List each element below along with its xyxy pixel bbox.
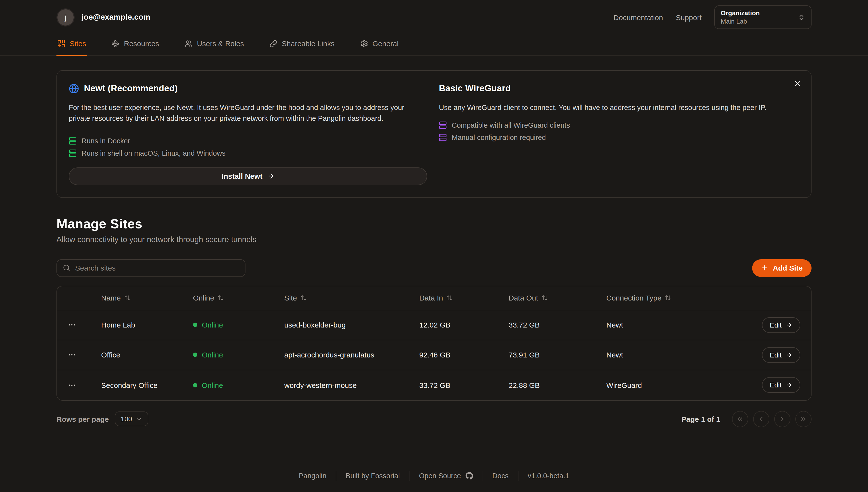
user-menu[interactable]: j joe@example.com <box>56 8 150 26</box>
next-page-button[interactable] <box>774 411 790 427</box>
nav-documentation[interactable]: Documentation <box>614 13 663 21</box>
arrow-right-icon <box>786 351 792 359</box>
first-page-button[interactable] <box>732 411 748 427</box>
tab-general[interactable]: General <box>359 36 400 56</box>
search-box <box>56 259 246 277</box>
top-header: j joe@example.com Documentation Support … <box>0 0 868 34</box>
wireguard-feature-label: Compatible with all WireGuard clients <box>452 122 570 129</box>
newt-title: Newt (Recommended) <box>84 83 178 94</box>
main-content: Newt (Recommended) For the best user exp… <box>56 70 812 427</box>
link-icon <box>270 40 277 47</box>
tab-users-roles-label: Users & Roles <box>197 39 244 48</box>
close-icon[interactable] <box>792 78 803 89</box>
divider <box>409 471 410 481</box>
arrow-right-icon <box>267 173 274 180</box>
edit-button[interactable]: Edit <box>762 317 800 333</box>
newt-description: For the best user experience, use Newt. … <box>69 102 427 124</box>
table-footer: Rows per page 100 Page 1 of 1 <box>56 411 812 427</box>
edit-button[interactable]: Edit <box>762 377 800 393</box>
tab-sites[interactable]: Sites <box>56 36 87 56</box>
wireguard-title: Basic WireGuard <box>439 83 511 94</box>
site-name: Home Lab <box>101 321 193 329</box>
globe-icon <box>69 83 79 94</box>
chevrons-left-icon <box>737 415 744 423</box>
org-switcher[interactable]: Organization Main Lab <box>714 5 812 29</box>
row-menu-button[interactable] <box>68 349 81 361</box>
newt-section: Newt (Recommended) For the best user exp… <box>69 83 427 185</box>
tab-shareable-links[interactable]: Shareable Links <box>269 36 336 56</box>
github-icon <box>465 472 473 480</box>
sort-icon <box>665 295 671 301</box>
rows-per-page-select[interactable]: 100 <box>115 412 148 426</box>
newt-feature-label: Runs in shell on macOS, Linux, and Windo… <box>81 149 226 157</box>
data-in-value: 12.02 GB <box>419 321 509 329</box>
chevron-down-icon <box>136 416 142 422</box>
sort-icon <box>218 295 224 301</box>
chevron-left-icon <box>758 415 765 423</box>
pangolin-dashboard: j joe@example.com Documentation Support … <box>0 0 868 492</box>
online-dot-icon <box>193 353 197 357</box>
online-dot-icon <box>193 383 197 387</box>
tab-general-label: General <box>372 39 399 48</box>
table-row: Office Online apt-acrochordus-granulatus… <box>57 340 811 370</box>
data-in-value: 33.72 GB <box>419 381 509 389</box>
user-email: joe@example.com <box>81 13 150 22</box>
arrow-right-icon <box>786 382 792 389</box>
data-out-value: 33.72 GB <box>509 321 606 329</box>
tab-bar: Sites Resources Users & Roles Shareable … <box>0 36 868 56</box>
search-input[interactable] <box>75 264 239 272</box>
newt-feature: Runs in Docker <box>69 137 427 145</box>
wireguard-feature-label: Manual configuration required <box>452 134 546 142</box>
edit-button[interactable]: Edit <box>762 347 800 363</box>
last-page-button[interactable] <box>795 411 812 427</box>
waypoints-icon <box>112 40 120 47</box>
data-in-value: 92.46 GB <box>419 351 509 359</box>
onboarding-card: Newt (Recommended) For the best user exp… <box>56 70 812 198</box>
column-header-online[interactable]: Online <box>193 294 284 302</box>
chevron-right-icon <box>779 415 786 423</box>
arrow-right-icon <box>786 322 792 328</box>
avatar[interactable]: j <box>56 8 75 26</box>
add-site-button[interactable]: Add Site <box>752 259 812 277</box>
column-header-data-out[interactable]: Data Out <box>509 294 606 302</box>
newt-feature-label: Runs in Docker <box>81 137 130 145</box>
column-header-data-in[interactable]: Data In <box>419 294 509 302</box>
page-subtitle: Allow connectivity to your network throu… <box>56 235 812 244</box>
install-newt-button[interactable]: Install Newt <box>69 168 427 185</box>
column-header-connection-type[interactable]: Connection Type <box>606 294 749 302</box>
tab-users-roles[interactable]: Users & Roles <box>183 36 245 56</box>
chevrons-up-down-icon <box>798 14 805 21</box>
footer-open-source[interactable]: Open Source <box>419 472 473 480</box>
column-header-site[interactable]: Site <box>284 294 419 302</box>
footer-built-by[interactable]: Built by Fossorial <box>346 472 400 480</box>
sort-icon <box>447 295 453 301</box>
row-menu-button[interactable] <box>68 319 81 331</box>
server-icon <box>69 137 77 145</box>
server-icon <box>439 122 447 129</box>
footer-pangolin[interactable]: Pangolin <box>299 472 326 480</box>
row-menu-button[interactable] <box>68 379 81 391</box>
connection-type-value: Newt <box>606 351 749 359</box>
install-newt-label: Install Newt <box>222 172 263 180</box>
divider <box>518 471 518 481</box>
tab-sites-label: Sites <box>70 39 86 48</box>
sort-icon <box>542 295 548 301</box>
wireguard-section: Basic WireGuard Use any WireGuard client… <box>439 83 796 185</box>
footer-version: v1.0.0-beta.1 <box>528 472 569 480</box>
previous-page-button[interactable] <box>753 411 769 427</box>
ellipsis-icon <box>68 321 76 329</box>
tab-resources[interactable]: Resources <box>111 36 160 56</box>
wireguard-feature: Manual configuration required <box>439 134 767 142</box>
manage-sites-section: Manage Sites Allow connectivity to your … <box>56 217 812 244</box>
page-status: Page 1 of 1 <box>681 415 720 423</box>
org-switcher-label: Organization <box>721 9 760 17</box>
plus-icon <box>761 264 768 272</box>
site-name: Secondary Office <box>101 381 193 389</box>
site-slug: used-boxelder-bug <box>284 321 419 329</box>
footer-docs[interactable]: Docs <box>492 472 509 480</box>
tab-resources-label: Resources <box>124 39 159 48</box>
nav-support[interactable]: Support <box>676 13 701 21</box>
column-header-name[interactable]: Name <box>101 294 193 302</box>
sort-icon <box>124 295 131 301</box>
sites-table: Name Online Site Data In Data Out <box>56 286 812 401</box>
